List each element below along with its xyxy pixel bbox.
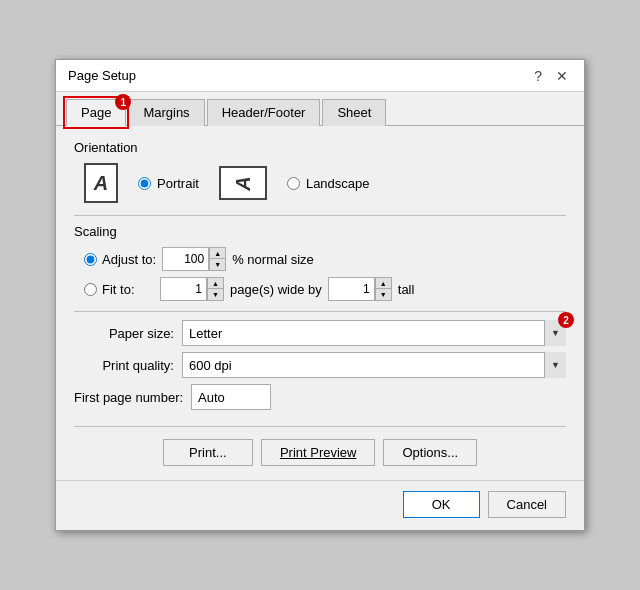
fit-tall-suffix: tall bbox=[398, 282, 415, 297]
tab-sheet[interactable]: Sheet bbox=[322, 99, 386, 126]
dialog-title: Page Setup bbox=[68, 68, 136, 83]
paper-size-select-wrap: Letter A4 Legal ▼ bbox=[182, 320, 566, 346]
orientation-label: Orientation bbox=[74, 140, 566, 155]
orientation-section: Orientation A Portrait A Landsca bbox=[74, 140, 566, 203]
adjust-spinner[interactable]: ▲ ▼ bbox=[162, 247, 226, 271]
divider-2 bbox=[74, 311, 566, 312]
fit-wide-up-btn[interactable]: ▲ bbox=[207, 278, 223, 289]
print-quality-select-wrap: 600 dpi 300 dpi 150 dpi ▼ bbox=[182, 352, 566, 378]
print-quality-row: Print quality: 600 dpi 300 dpi 150 dpi ▼ bbox=[74, 352, 566, 378]
first-page-number-input[interactable] bbox=[191, 384, 271, 410]
fit-to-radio[interactable] bbox=[84, 283, 97, 296]
first-page-number-row: First page number: bbox=[74, 384, 566, 410]
fit-to-option[interactable]: Fit to: bbox=[84, 282, 154, 297]
fit-to-row: Fit to: ▲ ▼ page(s) wide by ▲ ▼ bbox=[84, 277, 566, 301]
ok-cancel-row: OK Cancel bbox=[56, 480, 584, 530]
fit-wide-spinner[interactable]: ▲ ▼ bbox=[160, 277, 224, 301]
portrait-option[interactable]: Portrait bbox=[138, 176, 199, 191]
adjust-to-row: Adjust to: ▲ ▼ % normal size bbox=[84, 247, 566, 271]
adjust-suffix: % normal size bbox=[232, 252, 314, 267]
fit-wide-down-btn[interactable]: ▼ bbox=[207, 289, 223, 300]
fit-wide-suffix: page(s) wide by bbox=[230, 282, 322, 297]
portrait-radio[interactable] bbox=[138, 177, 151, 190]
portrait-icon: A bbox=[84, 163, 118, 203]
fit-wide-input[interactable] bbox=[161, 278, 206, 300]
fit-tall-spinner[interactable]: ▲ ▼ bbox=[328, 277, 392, 301]
tab-header-footer[interactable]: Header/Footer bbox=[207, 99, 321, 126]
scaling-section: Scaling Adjust to: ▲ ▼ % normal size bbox=[74, 224, 566, 301]
paper-size-label: Paper size: bbox=[74, 326, 174, 341]
landscape-option[interactable]: Landscape bbox=[287, 176, 370, 191]
tab-margins[interactable]: Margins bbox=[128, 99, 204, 126]
divider-1 bbox=[74, 215, 566, 216]
print-button[interactable]: Print... bbox=[163, 439, 253, 466]
paper-size-row: Paper size: Letter A4 Legal ▼ 2 bbox=[74, 320, 566, 346]
title-controls: ? ✕ bbox=[530, 69, 572, 83]
close-button[interactable]: ✕ bbox=[552, 69, 572, 83]
adjust-value-input[interactable] bbox=[163, 248, 208, 270]
cancel-button[interactable]: Cancel bbox=[488, 491, 566, 518]
paper-size-badge: 2 bbox=[558, 312, 574, 328]
print-preview-button[interactable]: Print Preview bbox=[261, 439, 376, 466]
adjust-up-btn[interactable]: ▲ bbox=[209, 248, 225, 259]
title-bar: Page Setup ? ✕ bbox=[56, 60, 584, 92]
tab-page[interactable]: Page 1 bbox=[66, 99, 126, 126]
ok-button[interactable]: OK bbox=[403, 491, 480, 518]
page-setup-dialog: Page Setup ? ✕ Page 1 Margins Header/Foo… bbox=[55, 59, 585, 531]
fit-tall-up-btn[interactable]: ▲ bbox=[375, 278, 391, 289]
tab-content: Orientation A Portrait A Landsca bbox=[56, 126, 584, 480]
adjust-down-btn[interactable]: ▼ bbox=[209, 259, 225, 270]
scaling-label: Scaling bbox=[74, 224, 566, 239]
adjust-spinner-buttons: ▲ ▼ bbox=[208, 248, 225, 270]
adjust-to-option[interactable]: Adjust to: bbox=[84, 252, 156, 267]
print-quality-label: Print quality: bbox=[74, 358, 174, 373]
first-page-number-label: First page number: bbox=[74, 390, 183, 405]
fit-tall-down-btn[interactable]: ▼ bbox=[375, 289, 391, 300]
paper-size-select[interactable]: Letter A4 Legal bbox=[182, 320, 566, 346]
landscape-radio[interactable] bbox=[287, 177, 300, 190]
orientation-row: A Portrait A Landscape bbox=[84, 163, 566, 203]
options-button[interactable]: Options... bbox=[383, 439, 477, 466]
print-quality-select[interactable]: 600 dpi 300 dpi 150 dpi bbox=[182, 352, 566, 378]
paper-size-wrap: Letter A4 Legal ▼ 2 bbox=[182, 320, 566, 346]
action-button-row: Print... Print Preview Options... bbox=[74, 426, 566, 466]
fit-tall-buttons: ▲ ▼ bbox=[374, 278, 391, 300]
adjust-to-radio[interactable] bbox=[84, 253, 97, 266]
fit-tall-input[interactable] bbox=[329, 278, 374, 300]
landscape-icon: A bbox=[219, 166, 267, 200]
fit-wide-buttons: ▲ ▼ bbox=[206, 278, 223, 300]
tab-bar: Page 1 Margins Header/Footer Sheet bbox=[56, 92, 584, 126]
help-button[interactable]: ? bbox=[530, 69, 546, 83]
